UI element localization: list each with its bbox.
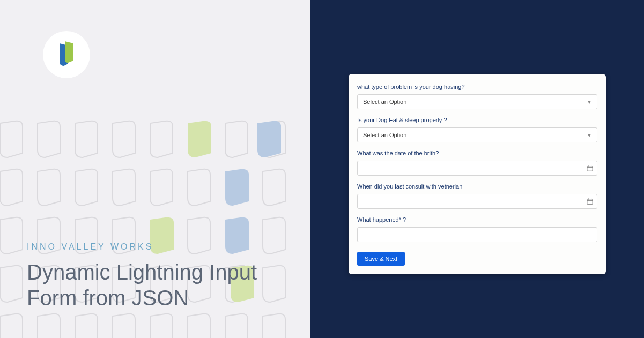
select-eat-sleep[interactable]: Select an Option xyxy=(357,127,597,142)
page-title: Dynamic Lightning Input Form from JSON xyxy=(27,259,257,311)
field-eat-sleep: Is your Dog Eat & sleep properly ? Selec… xyxy=(357,117,597,142)
input-what-happened[interactable] xyxy=(357,227,597,242)
label-problem-type: what type of problem is your dog having? xyxy=(357,84,597,90)
logo xyxy=(43,31,90,78)
label-birth-date: What was the date of the brith? xyxy=(357,150,597,156)
select-problem-type[interactable]: Select an Option xyxy=(357,94,597,109)
input-last-consult[interactable] xyxy=(357,194,597,209)
logo-icon xyxy=(55,41,78,68)
field-last-consult: When did you last consult with vetnerian xyxy=(357,183,597,209)
save-next-button[interactable]: Save & Next xyxy=(357,252,405,266)
label-eat-sleep: Is your Dog Eat & sleep properly ? xyxy=(357,117,597,123)
left-panel: INNO VALLEY WORKS Dynamic Lightning Inpu… xyxy=(0,0,310,338)
form-card: what type of problem is your dog having?… xyxy=(349,74,606,274)
field-what-happened: What happened* ? xyxy=(357,216,597,242)
field-birth-date: What was the date of the brith? xyxy=(357,150,597,176)
field-problem-type: what type of problem is your dog having?… xyxy=(357,84,597,109)
input-birth-date[interactable] xyxy=(357,161,597,176)
label-last-consult: When did you last consult with vetnerian xyxy=(357,183,597,190)
subtitle: INNO VALLEY WORKS xyxy=(27,242,257,252)
right-panel: what type of problem is your dog having?… xyxy=(310,0,644,338)
label-what-happened: What happened* ? xyxy=(357,216,597,223)
hero-text: INNO VALLEY WORKS Dynamic Lightning Inpu… xyxy=(27,242,257,311)
